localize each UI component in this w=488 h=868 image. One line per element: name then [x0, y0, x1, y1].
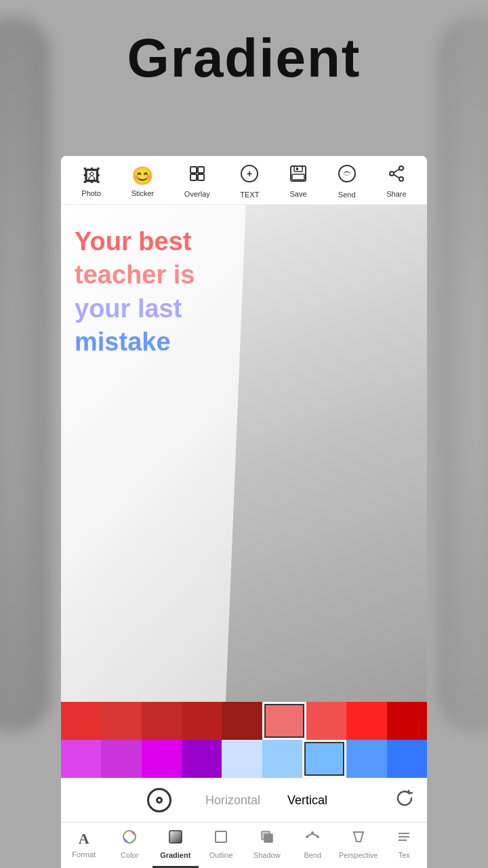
svg-point-17: [123, 831, 136, 843]
text-label: TEXT: [240, 191, 259, 199]
canvas-area[interactable]: Your best teacher is your last mistake: [61, 205, 427, 702]
tab-bend[interactable]: Bend: [290, 823, 336, 868]
horizontal-option[interactable]: Horizontal: [205, 793, 260, 808]
color-swatch-selected[interactable]: [262, 702, 306, 740]
color-label: Color: [121, 851, 138, 859]
shadow-icon: [260, 829, 274, 848]
main-card: 🖼 Photo 😊 Sticker Overlay +: [61, 156, 427, 868]
tab-color[interactable]: Color: [107, 823, 153, 868]
share-icon: [388, 165, 405, 187]
color-icon: [122, 829, 137, 848]
circle-inner: [156, 797, 163, 804]
perspective-icon: [351, 829, 366, 848]
bg-person-right: [438, 16, 488, 732]
color-swatch[interactable]: [61, 702, 101, 740]
color-swatch[interactable]: [101, 702, 141, 740]
svg-point-12: [399, 177, 403, 181]
bend-label: Bend: [304, 851, 321, 859]
color-swatch[interactable]: [387, 740, 427, 778]
tab-outline[interactable]: Outline: [199, 823, 245, 868]
svg-point-22: [306, 835, 308, 838]
svg-rect-2: [190, 174, 197, 180]
save-label: Save: [290, 190, 307, 198]
svg-point-23: [317, 835, 319, 838]
send-label: Send: [338, 191, 356, 199]
svg-rect-8: [292, 174, 304, 180]
bg-person-left: [0, 16, 50, 732]
color-row-1: [61, 702, 427, 740]
quote-line3: your last: [75, 292, 195, 326]
color-swatch[interactable]: [222, 702, 262, 740]
toolbar-overlay[interactable]: Overlay: [184, 165, 210, 198]
overlay-label: Overlay: [184, 190, 210, 198]
quote-line2: teacher is: [75, 258, 195, 292]
quote-line4: mistake: [75, 326, 195, 359]
color-swatch[interactable]: [222, 740, 262, 778]
quote-overlay[interactable]: Your best teacher is your last mistake: [75, 225, 195, 359]
sticker-icon: 😊: [131, 165, 153, 186]
svg-rect-3: [198, 174, 204, 180]
outline-label: Outline: [209, 851, 233, 859]
toolbar-photo[interactable]: 🖼 Photo: [81, 165, 101, 197]
toolbar-share[interactable]: Share: [386, 165, 406, 198]
color-swatch[interactable]: [306, 702, 346, 740]
perspective-label: Perspective: [339, 851, 378, 859]
sticker-label: Sticker: [131, 189, 155, 197]
vertical-option[interactable]: Vertical: [287, 793, 327, 808]
color-swatch[interactable]: [346, 702, 386, 740]
toolbar-sticker[interactable]: 😊 Sticker: [131, 165, 155, 197]
svg-point-13: [390, 172, 394, 176]
shadow-label: Shadow: [253, 851, 281, 859]
tex-icon: [396, 829, 411, 848]
toolbar: 🖼 Photo 😊 Sticker Overlay +: [61, 156, 427, 205]
tab-tex[interactable]: Tex: [382, 823, 428, 868]
svg-line-15: [394, 175, 399, 178]
send-icon: [338, 164, 357, 188]
format-icon: A: [79, 830, 89, 848]
svg-rect-1: [198, 167, 204, 173]
refresh-button[interactable]: [396, 789, 413, 811]
color-swatch[interactable]: [101, 740, 141, 778]
color-palette: [61, 702, 427, 778]
svg-point-24: [311, 831, 314, 834]
color-swatch[interactable]: [346, 740, 386, 778]
svg-rect-18: [169, 831, 182, 843]
color-swatch[interactable]: [182, 702, 222, 740]
color-swatch[interactable]: [262, 740, 302, 778]
svg-marker-25: [354, 832, 363, 842]
color-swatch-selected[interactable]: [302, 740, 346, 778]
svg-text:+: +: [247, 168, 252, 179]
bend-icon: [305, 829, 320, 848]
gradient-label: Gradient: [160, 851, 190, 859]
tab-shadow[interactable]: Shadow: [244, 823, 290, 868]
share-label: Share: [386, 190, 406, 198]
overlay-icon: [188, 165, 206, 187]
svg-rect-19: [216, 831, 226, 842]
photo-icon: 🖼: [83, 165, 100, 186]
color-swatch[interactable]: [61, 740, 101, 778]
tex-label: Tex: [399, 851, 410, 859]
svg-rect-21: [264, 834, 272, 842]
gradient-direction-row: Horizontal Vertical: [61, 778, 427, 822]
quote-line1: Your best: [75, 225, 195, 258]
toolbar-save[interactable]: Save: [289, 165, 307, 198]
text-icon: +: [240, 164, 259, 188]
bottom-tabs: A Format Color: [61, 822, 427, 868]
svg-rect-0: [190, 167, 197, 173]
gradient-icon: [168, 829, 183, 848]
canvas-photo: Your best teacher is your last mistake: [61, 205, 427, 702]
color-swatch[interactable]: [182, 740, 222, 778]
outline-icon: [214, 829, 228, 848]
color-swatch[interactable]: [142, 740, 182, 778]
save-icon: [289, 165, 307, 187]
toolbar-send[interactable]: Send: [338, 164, 357, 199]
color-swatch[interactable]: [387, 702, 427, 740]
toolbar-text[interactable]: + TEXT: [240, 164, 259, 199]
gradient-circle-button[interactable]: [147, 788, 171, 812]
color-swatch[interactable]: [142, 702, 182, 740]
photo-label: Photo: [81, 189, 101, 197]
color-row-2: [61, 740, 427, 778]
tab-gradient[interactable]: Gradient: [152, 823, 199, 868]
tab-format[interactable]: A Format: [61, 823, 107, 867]
tab-perspective[interactable]: Perspective: [336, 823, 382, 868]
